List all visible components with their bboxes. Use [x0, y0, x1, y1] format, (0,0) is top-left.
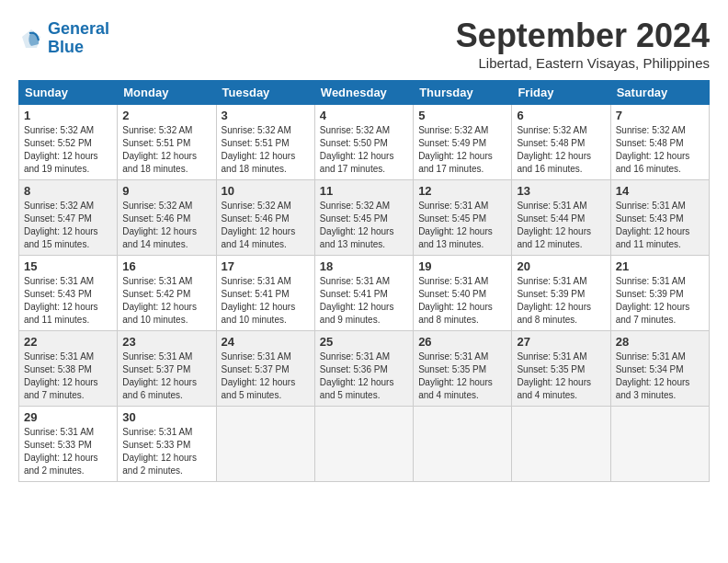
col-thursday: Thursday [414, 81, 512, 105]
table-row: 30Sunrise: 5:31 AM Sunset: 5:33 PM Dayli… [118, 407, 216, 482]
table-row: 26Sunrise: 5:31 AM Sunset: 5:35 PM Dayli… [414, 331, 512, 407]
cell-content: Sunrise: 5:31 AM Sunset: 5:36 PM Dayligh… [320, 350, 408, 402]
col-tuesday: Tuesday [216, 81, 314, 105]
table-row: 3Sunrise: 5:32 AM Sunset: 5:51 PM Daylig… [216, 105, 314, 180]
day-number: 12 [418, 184, 506, 198]
col-sunday: Sunday [19, 81, 118, 105]
cell-content: Sunrise: 5:31 AM Sunset: 5:38 PM Dayligh… [24, 350, 112, 402]
table-row: 6Sunrise: 5:32 AM Sunset: 5:48 PM Daylig… [512, 105, 610, 180]
calendar-week-row: 22Sunrise: 5:31 AM Sunset: 5:38 PM Dayli… [19, 331, 710, 407]
day-number: 20 [517, 259, 605, 273]
day-number: 28 [616, 335, 704, 349]
logo-text2: Blue [48, 39, 109, 57]
cell-content: Sunrise: 5:32 AM Sunset: 5:51 PM Dayligh… [122, 124, 210, 176]
cell-content: Sunrise: 5:31 AM Sunset: 5:40 PM Dayligh… [418, 275, 506, 327]
header: General Blue September 2024 Libertad, Ea… [18, 17, 710, 71]
month-title: September 2024 [456, 17, 710, 55]
location: Libertad, Eastern Visayas, Philippines [456, 55, 710, 71]
table-row: 15Sunrise: 5:31 AM Sunset: 5:43 PM Dayli… [19, 256, 118, 331]
cell-content: Sunrise: 5:31 AM Sunset: 5:37 PM Dayligh… [222, 350, 310, 402]
col-wednesday: Wednesday [314, 81, 413, 105]
logo-icon [18, 26, 44, 52]
day-number: 7 [616, 109, 704, 122]
day-number: 16 [122, 259, 210, 273]
day-number: 13 [517, 184, 605, 198]
calendar-week-row: 1Sunrise: 5:32 AM Sunset: 5:52 PM Daylig… [19, 105, 710, 180]
table-row: 1Sunrise: 5:32 AM Sunset: 5:52 PM Daylig… [19, 105, 118, 180]
table-row: 2Sunrise: 5:32 AM Sunset: 5:51 PM Daylig… [118, 105, 216, 180]
logo: General Blue [18, 20, 109, 57]
day-number: 2 [122, 109, 210, 122]
day-number: 30 [122, 410, 210, 424]
table-row: 24Sunrise: 5:31 AM Sunset: 5:37 PM Dayli… [216, 331, 314, 407]
day-number: 4 [320, 109, 408, 122]
table-row: 8Sunrise: 5:32 AM Sunset: 5:47 PM Daylig… [19, 180, 118, 256]
day-number: 18 [320, 259, 408, 273]
table-row [314, 407, 413, 482]
day-number: 9 [122, 184, 210, 198]
day-number: 3 [222, 109, 310, 122]
day-number: 10 [222, 184, 310, 198]
cell-content: Sunrise: 5:32 AM Sunset: 5:48 PM Dayligh… [616, 124, 704, 176]
cell-content: Sunrise: 5:31 AM Sunset: 5:37 PM Dayligh… [122, 350, 210, 402]
table-row: 25Sunrise: 5:31 AM Sunset: 5:36 PM Dayli… [314, 331, 413, 407]
calendar-week-row: 29Sunrise: 5:31 AM Sunset: 5:33 PM Dayli… [19, 407, 710, 482]
cell-content: Sunrise: 5:31 AM Sunset: 5:43 PM Dayligh… [616, 200, 704, 251]
table-row: 11Sunrise: 5:32 AM Sunset: 5:45 PM Dayli… [314, 180, 413, 256]
day-number: 23 [122, 335, 210, 349]
table-row [216, 407, 314, 482]
col-friday: Friday [512, 81, 610, 105]
cell-content: Sunrise: 5:31 AM Sunset: 5:33 PM Dayligh… [122, 426, 210, 477]
day-number: 19 [418, 259, 506, 273]
calendar: Sunday Monday Tuesday Wednesday Thursday… [18, 80, 710, 482]
table-row [512, 407, 610, 482]
day-number: 15 [24, 259, 112, 273]
day-number: 17 [222, 259, 310, 273]
table-row: 29Sunrise: 5:31 AM Sunset: 5:33 PM Dayli… [19, 407, 118, 482]
day-number: 14 [616, 184, 704, 198]
day-number: 22 [24, 335, 112, 349]
cell-content: Sunrise: 5:31 AM Sunset: 5:45 PM Dayligh… [418, 200, 506, 251]
table-row: 9Sunrise: 5:32 AM Sunset: 5:46 PM Daylig… [118, 180, 216, 256]
cell-content: Sunrise: 5:32 AM Sunset: 5:47 PM Dayligh… [24, 200, 112, 251]
day-number: 24 [222, 335, 310, 349]
col-saturday: Saturday [610, 81, 709, 105]
table-row: 22Sunrise: 5:31 AM Sunset: 5:38 PM Dayli… [19, 331, 118, 407]
table-row: 4Sunrise: 5:32 AM Sunset: 5:50 PM Daylig… [314, 105, 413, 180]
cell-content: Sunrise: 5:32 AM Sunset: 5:52 PM Dayligh… [24, 124, 112, 176]
day-number: 27 [517, 335, 605, 349]
table-row: 16Sunrise: 5:31 AM Sunset: 5:42 PM Dayli… [118, 256, 216, 331]
cell-content: Sunrise: 5:32 AM Sunset: 5:48 PM Dayligh… [517, 124, 605, 176]
table-row: 19Sunrise: 5:31 AM Sunset: 5:40 PM Dayli… [414, 256, 512, 331]
day-number: 21 [616, 259, 704, 273]
table-row: 18Sunrise: 5:31 AM Sunset: 5:41 PM Dayli… [314, 256, 413, 331]
cell-content: Sunrise: 5:32 AM Sunset: 5:49 PM Dayligh… [418, 124, 506, 176]
logo-text: General [48, 20, 109, 39]
cell-content: Sunrise: 5:31 AM Sunset: 5:41 PM Dayligh… [222, 275, 310, 327]
day-number: 1 [24, 109, 112, 122]
cell-content: Sunrise: 5:31 AM Sunset: 5:42 PM Dayligh… [122, 275, 210, 327]
calendar-week-row: 8Sunrise: 5:32 AM Sunset: 5:47 PM Daylig… [19, 180, 710, 256]
cell-content: Sunrise: 5:31 AM Sunset: 5:35 PM Dayligh… [517, 350, 605, 402]
calendar-week-row: 15Sunrise: 5:31 AM Sunset: 5:43 PM Dayli… [19, 256, 710, 331]
day-number: 5 [418, 109, 506, 122]
table-row: 17Sunrise: 5:31 AM Sunset: 5:41 PM Dayli… [216, 256, 314, 331]
cell-content: Sunrise: 5:32 AM Sunset: 5:46 PM Dayligh… [122, 200, 210, 251]
table-row: 28Sunrise: 5:31 AM Sunset: 5:34 PM Dayli… [610, 331, 709, 407]
table-row: 23Sunrise: 5:31 AM Sunset: 5:37 PM Dayli… [118, 331, 216, 407]
day-number: 29 [24, 410, 112, 424]
table-row: 14Sunrise: 5:31 AM Sunset: 5:43 PM Dayli… [610, 180, 709, 256]
page: General Blue September 2024 Libertad, Ea… [0, 0, 728, 491]
table-row: 12Sunrise: 5:31 AM Sunset: 5:45 PM Dayli… [414, 180, 512, 256]
table-row: 5Sunrise: 5:32 AM Sunset: 5:49 PM Daylig… [414, 105, 512, 180]
cell-content: Sunrise: 5:31 AM Sunset: 5:33 PM Dayligh… [24, 426, 112, 477]
day-number: 11 [320, 184, 408, 198]
col-monday: Monday [118, 81, 216, 105]
day-number: 25 [320, 335, 408, 349]
cell-content: Sunrise: 5:31 AM Sunset: 5:39 PM Dayligh… [517, 275, 605, 327]
table-row: 7Sunrise: 5:32 AM Sunset: 5:48 PM Daylig… [610, 105, 709, 180]
cell-content: Sunrise: 5:31 AM Sunset: 5:41 PM Dayligh… [320, 275, 408, 327]
cell-content: Sunrise: 5:31 AM Sunset: 5:35 PM Dayligh… [418, 350, 506, 402]
table-row [610, 407, 709, 482]
table-row: 27Sunrise: 5:31 AM Sunset: 5:35 PM Dayli… [512, 331, 610, 407]
